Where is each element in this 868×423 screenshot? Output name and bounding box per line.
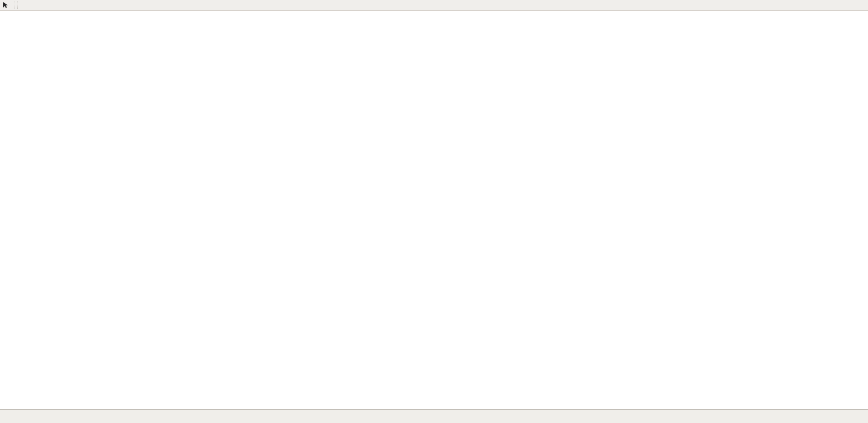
toolbar-grip[interactable] (14, 2, 18, 9)
chart-title (4, 14, 11, 22)
macd-indicator-label (3, 347, 5, 354)
cursor-arrow-icon (2, 2, 9, 9)
chart-tab-bar (0, 409, 868, 423)
time-axis[interactable] (0, 396, 868, 409)
rsi-indicator-label (3, 297, 5, 303)
top-toolbar (0, 0, 868, 11)
chart-window (0, 11, 868, 409)
chart-canvas[interactable] (0, 11, 868, 396)
price-axis[interactable] (842, 11, 868, 396)
cursor-tool-icon[interactable] (0, 1, 11, 10)
